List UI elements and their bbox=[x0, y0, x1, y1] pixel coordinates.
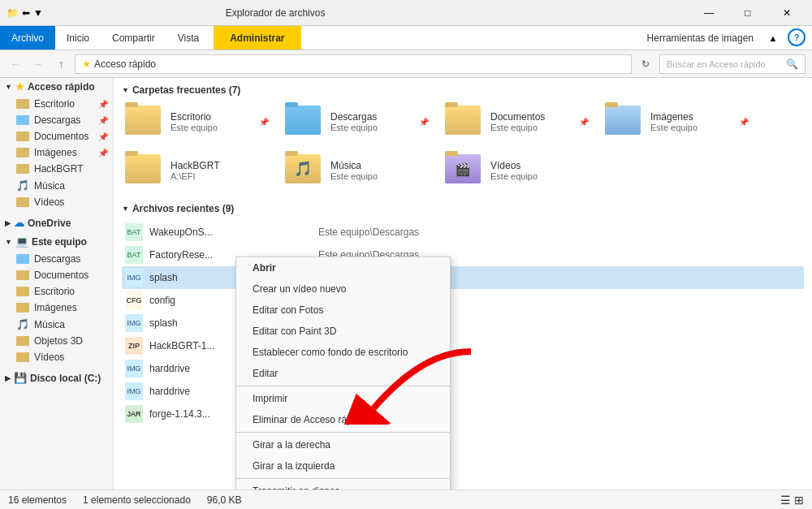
main-layout: ▼ ★ Acceso rápido Escritorio 📌 Descargas… bbox=[0, 78, 812, 490]
folder-card-imagenes[interactable]: Imágenes Este equipo 📌 bbox=[602, 102, 752, 141]
sidebar-item-eq-musica[interactable]: 🎵 Música bbox=[0, 316, 113, 333]
frequent-folders-header[interactable]: ▼ Carpetas frecuentes (7) bbox=[122, 84, 804, 96]
folder-icon bbox=[16, 336, 29, 346]
tab-inicio[interactable]: Inicio bbox=[55, 26, 101, 50]
sidebar-item-musica[interactable]: 🎵 Música bbox=[0, 177, 113, 194]
recent-row-harddrive-1[interactable]: IMG harddrive Disco local (C:)\iconos bbox=[122, 357, 804, 380]
ribbon-expand[interactable]: ▲ bbox=[765, 26, 781, 50]
minimize-button[interactable]: — bbox=[690, 0, 728, 26]
sidebar-item-label: Objetos 3D bbox=[34, 335, 83, 347]
help-button[interactable]: ? bbox=[788, 28, 806, 46]
ctx-item-eliminar[interactable]: Eliminar de Acceso rápido bbox=[236, 409, 450, 430]
path-star: ★ bbox=[82, 58, 91, 70]
folder-name: Documentos bbox=[490, 111, 572, 123]
close-button[interactable]: ✕ bbox=[768, 0, 806, 26]
folder-card-videos[interactable]: 🎬 Vídeos Este equipo bbox=[442, 151, 592, 190]
folder-card-escritorio[interactable]: Escritorio Este equipo 📌 bbox=[122, 102, 272, 141]
sidebar-item-videos[interactable]: Vídeos bbox=[0, 194, 113, 210]
folder-card-documentos[interactable]: Documentos Este equipo 📌 bbox=[442, 102, 592, 141]
recent-row-forge[interactable]: JAR forge-1.14.3... Este equipo\Descarga… bbox=[122, 403, 804, 425]
sidebar-item-descargas[interactable]: Descargas 📌 bbox=[0, 112, 113, 128]
sidebar-item-eq-escritorio[interactable]: Escritorio bbox=[0, 283, 113, 300]
search-box[interactable]: Buscar en Acceso rápido 🔍 bbox=[659, 54, 806, 74]
folder-location: Este equipo bbox=[330, 123, 412, 132]
pin-icon: 📌 bbox=[98, 116, 108, 125]
refresh-button[interactable]: ↻ bbox=[637, 55, 654, 73]
ctx-item-paint3d[interactable]: Editar con Paint 3D bbox=[236, 321, 450, 342]
search-icon: 🔍 bbox=[786, 58, 798, 70]
sidebar-item-eq-videos[interactable]: Vídeos bbox=[0, 349, 113, 365]
music-icon: 🎵 bbox=[16, 318, 29, 330]
sidebar-item-eq-descargas[interactable]: Descargas bbox=[0, 251, 113, 267]
folder-big-icon: 🎵 bbox=[285, 154, 321, 183]
recent-row-splash-2[interactable]: IMG splash Este equipo\Imágenes bbox=[122, 312, 804, 334]
sidebar-item-eq-documentos[interactable]: Documentos bbox=[0, 267, 113, 283]
sidebar-item-label: Escritorio bbox=[34, 286, 75, 297]
recent-files-header[interactable]: ▼ Archivos recientes (9) bbox=[122, 203, 804, 214]
ctx-item-abrir[interactable]: Abrir bbox=[236, 257, 450, 278]
pin-icon: 📌 bbox=[259, 118, 269, 127]
pin-icon: 📌 bbox=[419, 118, 429, 127]
recent-row-harddrive-2[interactable]: IMG harddrive Disco local (C:)\iconos bbox=[122, 380, 804, 403]
sidebar-item-label: Música bbox=[34, 180, 65, 192]
sidebar-acceso-rapido-header[interactable]: ▼ ★ Acceso rápido bbox=[0, 78, 113, 96]
tab-compartir[interactable]: Compartir bbox=[101, 26, 166, 50]
folder-card-hackbgrt[interactable]: HackBGRT A:\EFI bbox=[122, 151, 272, 190]
file-icon: BAT bbox=[125, 223, 143, 241]
sidebar-onedrive-header[interactable]: ▶ ☁ OneDrive bbox=[0, 214, 113, 232]
grid-view-icon[interactable]: ⊞ bbox=[794, 494, 804, 507]
ctx-item-editar[interactable]: Editar bbox=[236, 363, 450, 384]
sidebar-item-escritorio[interactable]: Escritorio 📌 bbox=[0, 96, 113, 112]
folder-name: Vídeos bbox=[490, 160, 589, 171]
sidebar-item-eq-imagenes[interactable]: Imágenes bbox=[0, 300, 113, 316]
maximize-button[interactable]: □ bbox=[729, 0, 767, 26]
sidebar-item-eq-objetos3d[interactable]: Objetos 3D bbox=[0, 333, 113, 349]
pin-icon: 📌 bbox=[739, 118, 749, 127]
folder-card-icon bbox=[605, 106, 644, 138]
address-path[interactable]: ★ Acceso rápido bbox=[75, 54, 632, 74]
ribbon-tools[interactable]: Herramientas de imagen bbox=[636, 26, 765, 50]
sidebar-item-hackbgrt[interactable]: HackBGRT bbox=[0, 161, 113, 177]
ribbon-admin[interactable]: Administrar bbox=[214, 26, 300, 50]
ctx-item-girar-izquierda[interactable]: Girar a la izquierda bbox=[236, 455, 450, 477]
recent-row-splash-1[interactable]: IMG splash A:\EFI\HackBGRT bbox=[122, 266, 804, 289]
sidebar-disco-header[interactable]: ▶ 💾 Disco local (C:) bbox=[0, 369, 113, 387]
separator bbox=[236, 478, 450, 479]
folder-card-info: Música Este equipo bbox=[330, 160, 429, 181]
folder-card-musica[interactable]: 🎵 Música Este equipo bbox=[282, 151, 432, 190]
ctx-item-transmitir[interactable]: Transmitir en dispos... ▶ bbox=[236, 481, 450, 490]
recent-row-wakeup[interactable]: BAT WakeupOnS... Este equipo\Descargas bbox=[122, 221, 804, 244]
tab-vista[interactable]: Vista bbox=[166, 26, 210, 50]
sidebar-item-documentos[interactable]: Documentos 📌 bbox=[0, 128, 113, 145]
pin-icon: 📌 bbox=[98, 149, 108, 157]
file-icon: JAR bbox=[125, 405, 143, 423]
ctx-item-imprimir[interactable]: Imprimir bbox=[236, 388, 450, 409]
status-selected: 1 elemento seleccionado bbox=[83, 494, 191, 506]
tab-archivo[interactable]: Archivo bbox=[0, 26, 55, 50]
ctx-item-fondo[interactable]: Establecer como fondo de escritorio bbox=[236, 342, 450, 363]
up-button[interactable]: ↑ bbox=[52, 55, 70, 73]
file-icon: IMG bbox=[125, 360, 143, 377]
chevron-icon: ▶ bbox=[5, 374, 11, 382]
recent-row-hackbgrt[interactable]: ZIP HackBGRT-1... Este equipo\Descargas bbox=[122, 334, 804, 357]
back-button[interactable]: ← bbox=[6, 55, 24, 73]
sidebar-item-imagenes[interactable]: Imágenes 📌 bbox=[0, 145, 113, 161]
sidebar-item-label: Escritorio bbox=[34, 98, 75, 110]
list-view-icon[interactable]: ☰ bbox=[780, 494, 791, 507]
recent-row-config[interactable]: CFG config A:\EFI\HackBGRT bbox=[122, 289, 804, 312]
folder-icon bbox=[16, 270, 29, 280]
folders-grid: Escritorio Este equipo 📌 Descargas Este … bbox=[122, 102, 804, 190]
path-text: Acceso rápido bbox=[94, 58, 156, 70]
ctx-item-girar-derecha[interactable]: Girar a la derecha bbox=[236, 434, 450, 455]
music-icon: 🎵 bbox=[16, 179, 29, 192]
dropdown-icon: ▼ bbox=[33, 7, 43, 19]
drive-icon: 💾 bbox=[14, 372, 27, 384]
folder-big-icon bbox=[445, 106, 481, 135]
sidebar-este-equipo-header[interactable]: ▼ 💻 Este equipo bbox=[0, 232, 113, 251]
folder-big-icon bbox=[125, 106, 161, 135]
folder-card-descargas[interactable]: Descargas Este equipo 📌 bbox=[282, 102, 432, 141]
ctx-item-video[interactable]: Crear un vídeo nuevo bbox=[236, 278, 450, 300]
recent-row-factory[interactable]: BAT FactoryRese... Este equipo\Descargas bbox=[122, 244, 804, 266]
forward-button[interactable]: → bbox=[29, 55, 47, 73]
ctx-item-fotos[interactable]: Editar con Fotos bbox=[236, 300, 450, 321]
